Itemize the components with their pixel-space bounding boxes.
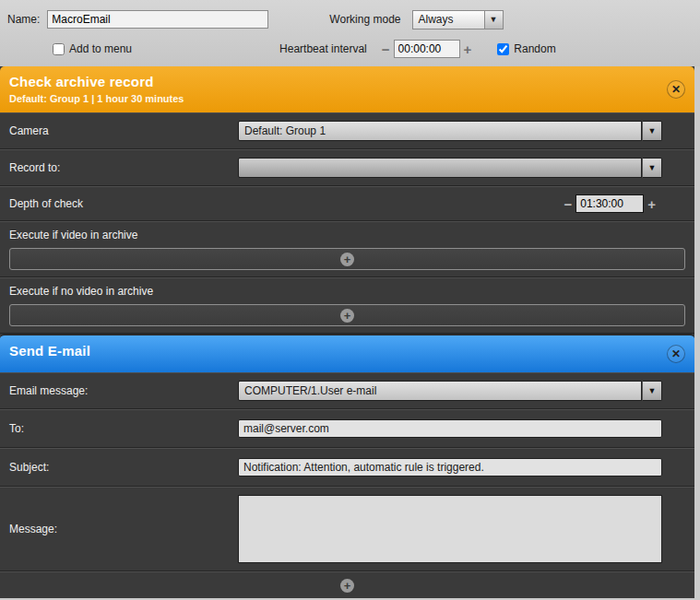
email-message-value: COMPUTER/1.User e-mail <box>238 381 642 401</box>
chevron-down-icon[interactable]: ▼ <box>642 381 662 401</box>
to-label: To: <box>9 422 238 435</box>
subject-input[interactable] <box>238 458 662 476</box>
check-archive-subtitle: Default: Group 1 | 1 hour 30 minutes <box>9 93 683 104</box>
chevron-down-icon[interactable]: ▼ <box>642 158 662 178</box>
toolbar-row-2: Add to menu Heartbeat interval − + Rando… <box>0 37 700 61</box>
execute-if-video-label: Execute if video in archive <box>9 229 694 241</box>
plus-circle-icon: + <box>340 253 354 266</box>
to-input[interactable] <box>238 419 662 438</box>
add-action-button[interactable]: + <box>340 579 354 593</box>
record-to-row: Record to: ▼ <box>0 149 694 186</box>
message-row: Message: <box>0 487 694 571</box>
name-label: Name: <box>7 13 40 26</box>
send-email-header: Send E-mail ✕ <box>0 334 694 372</box>
heartbeat-decrement-button[interactable]: − <box>378 41 394 57</box>
depth-of-check-row: Depth of check − + <box>0 186 694 221</box>
email-message-select[interactable]: COMPUTER/1.User e-mail ▼ <box>238 381 662 401</box>
camera-label: Camera <box>9 124 238 137</box>
heartbeat-interval-input[interactable] <box>394 40 460 58</box>
add-action-if-video-button[interactable]: + <box>9 248 685 270</box>
working-mode-select[interactable]: Always ▼ <box>412 10 504 29</box>
camera-row: Camera Default: Group 1 ▼ <box>0 112 694 149</box>
camera-value: Default: Group 1 <box>238 121 642 141</box>
depth-of-check-label: Depth of check <box>9 197 238 210</box>
depth-decrement-button[interactable]: − <box>560 196 575 212</box>
working-mode-value: Always <box>412 10 484 29</box>
macro-settings-toolbar: Name: Working mode Always ▼ Add to menu … <box>0 0 700 66</box>
check-archive-title: Check archive record <box>9 74 683 89</box>
send-email-title: Send E-mail <box>9 343 683 359</box>
working-mode-label: Working mode <box>329 13 400 26</box>
close-icon[interactable]: ✕ <box>667 80 685 99</box>
add-action-if-no-video-button[interactable]: + <box>9 304 685 326</box>
random-checkbox[interactable] <box>497 43 509 55</box>
camera-select[interactable]: Default: Group 1 ▼ <box>238 121 662 141</box>
add-to-menu-label: Add to menu <box>69 42 132 55</box>
add-action-footer: + <box>0 571 694 599</box>
execute-if-no-video-block: Execute if no video in archive + <box>0 277 694 334</box>
toolbar-row-1: Name: Working mode Always ▼ <box>0 7 700 31</box>
record-to-select[interactable]: ▼ <box>238 158 662 178</box>
to-row: To: <box>0 409 694 448</box>
name-input[interactable] <box>47 10 268 29</box>
close-icon[interactable]: ✕ <box>667 345 685 363</box>
plus-circle-icon: + <box>340 309 354 323</box>
message-label: Message: <box>9 523 238 535</box>
execute-if-video-block: Execute if video in archive + <box>0 221 694 277</box>
subject-label: Subject: <box>9 461 238 474</box>
email-message-label: Email message: <box>9 384 238 397</box>
depth-of-check-input[interactable] <box>575 194 644 213</box>
execute-if-no-video-label: Execute if no video in archive <box>9 285 694 298</box>
record-to-value <box>238 158 642 178</box>
chevron-down-icon[interactable]: ▼ <box>484 10 504 29</box>
subject-row: Subject: <box>0 448 694 487</box>
email-message-row: Email message: COMPUTER/1.User e-mail ▼ <box>0 372 694 409</box>
chevron-down-icon[interactable]: ▼ <box>642 121 662 141</box>
random-label: Random <box>514 42 555 55</box>
depth-of-check-stepper: − + <box>560 194 659 213</box>
macro-actions-panel: Check archive record Default: Group 1 | … <box>0 66 694 598</box>
add-to-menu-checkbox[interactable] <box>53 43 65 55</box>
heartbeat-increment-button[interactable]: + <box>460 41 476 57</box>
depth-increment-button[interactable]: + <box>644 196 659 212</box>
message-textarea[interactable] <box>238 495 662 563</box>
heartbeat-interval-label: Heartbeat interval <box>279 42 367 55</box>
record-to-label: Record to: <box>9 161 238 174</box>
check-archive-header: Check archive record Default: Group 1 | … <box>0 66 694 112</box>
